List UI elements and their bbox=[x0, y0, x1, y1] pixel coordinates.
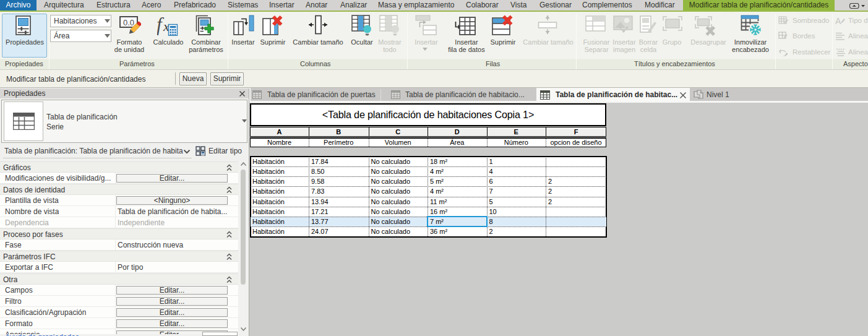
svg-text:A: A bbox=[835, 16, 841, 26]
svg-text:0.0: 0.0 bbox=[123, 18, 134, 27]
